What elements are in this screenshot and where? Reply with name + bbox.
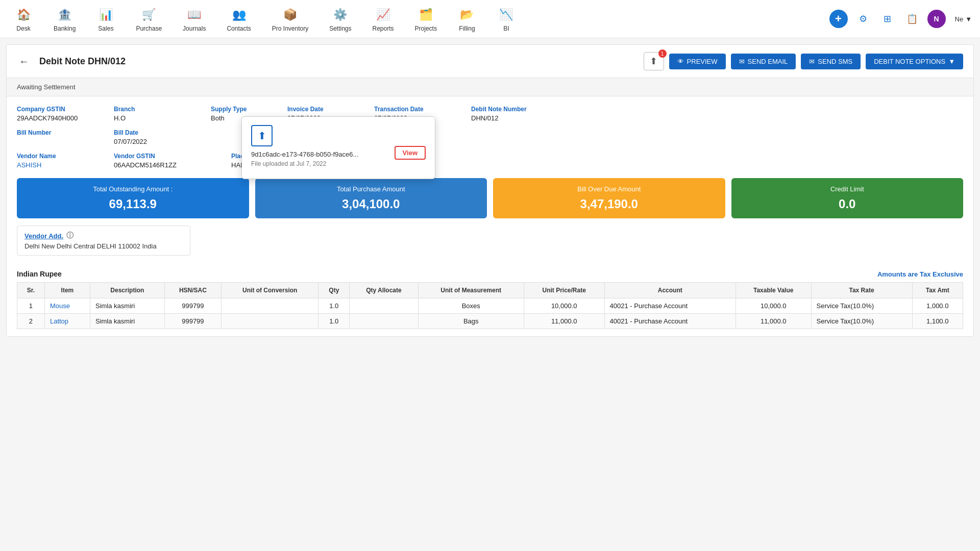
invoice-date-label: Invoice Date [287,106,359,113]
popup-upload-icon: ⬆ [251,125,426,146]
upload-button[interactable]: ⬆ 1 [644,52,664,70]
bill-number-label: Bill Number [17,129,99,136]
user-avatar[interactable]: N [927,10,946,28]
bill-number-group: Bill Number [17,129,99,138]
vendor-address-section: Vendor Add. ⓘ Delhi New Delhi Central DE… [17,226,190,256]
company-gstin-value: 29AADCK7940H000 [17,114,99,122]
preview-icon: 👁 [677,58,684,65]
col-description: Description [90,283,164,298]
pro-inventory-icon: 📦 [281,6,299,24]
back-button[interactable]: ← [17,54,31,68]
branch-group: Branch H.O [114,106,195,122]
page-header: ← Debit Note DHN/012 ⬆ 1 👁 PREVIEW ✉ SEN… [7,45,973,78]
bi-icon: 📉 [497,6,516,24]
cell-account: 40021 - Purchase Account [604,314,736,329]
add-button[interactable]: + [829,10,848,28]
col-tax-rate: Tax Rate [811,283,912,298]
purchase-icon: 🛒 [140,6,158,24]
cell-qty: 1.0 [318,314,350,329]
nav-item-filling[interactable]: 📂 Filling [449,2,485,36]
debit-options-label: DEBIT NOTE OPTIONS [874,58,945,65]
chevron-down-icon: ▼ [965,15,972,23]
cell-account: 40021 - Purchase Account [604,298,736,314]
filling-icon: 📂 [458,6,476,24]
contacts-icon: 👥 [230,6,248,24]
form-row-3: Vendor Name ASHISH Vendor GSTIN 06AADCM5… [17,153,963,169]
table-currency: Indian Rupee [17,270,62,278]
outstanding-label: Total Outstanding Amount : [93,185,173,193]
purchase-value: 3,04,100.0 [342,197,400,211]
form-row-2: Bill Number Bill Date 07/07/2022 [17,129,963,145]
popup-view-button[interactable]: View [395,146,426,160]
col-unit-measurement: Unit of Measurement [418,283,524,298]
table-tax-note: Amounts are Tax Exclusive [877,270,963,278]
send-email-label: SEND EMAIL [748,58,788,65]
banking-icon: 🏦 [56,6,74,24]
nav-item-journals[interactable]: 📖 Journals [174,2,215,36]
new-label: Ne [955,15,964,23]
cell-item[interactable]: Lattop [44,314,90,329]
cell-unit-conversion [222,314,318,329]
supply-type-label: Supply Type [211,106,272,113]
nav-item-banking[interactable]: 🏦 Banking [44,2,85,36]
summary-card-credit: Credit Limit 0.0 [731,178,964,218]
cell-tax-rate: Service Tax(10.0%) [811,298,912,314]
nav-item-reports[interactable]: 📈 Reports [363,2,403,36]
vendor-name-value: ASHISH [17,161,99,169]
grid-icon[interactable]: ⊞ [878,10,897,28]
cell-taxable-value: 10,000.0 [736,298,811,314]
data-table: Sr. Item Description HSN/SAC Unit of Con… [17,282,963,329]
popup-date: File uploaded at Jul 7, 2022 [251,160,358,167]
table-header-row: Indian Rupee Amounts are Tax Exclusive [17,270,963,278]
vendor-name-group: Vendor Name ASHISH [17,153,99,169]
nav-pro-inventory-label: Pro Inventory [272,25,308,32]
preview-button[interactable]: 👁 PREVIEW [669,54,726,69]
branch-value: H.O [114,114,195,122]
send-email-button[interactable]: ✉ SEND EMAIL [731,54,796,69]
nav-item-settings[interactable]: ⚙️ Settings [320,2,360,36]
col-item: Item [44,283,90,298]
col-tax-amt: Tax Amt [912,283,963,298]
vendor-gstin-label: Vendor GSTIN [114,153,216,160]
nav-item-desk[interactable]: 🏠 Desk [5,2,42,36]
nav-projects-label: Projects [415,25,437,32]
col-qty: Qty [318,283,350,298]
nav-item-sales[interactable]: 📊 Sales [87,2,124,36]
table-row: 2 Lattop Simla kasmiri 999799 1.0 Bags 1… [17,314,963,329]
new-dropdown[interactable]: Ne ▼ [952,13,975,25]
table-header-row-1: Sr. Item Description HSN/SAC Unit of Con… [17,283,963,298]
top-nav: 🏠 Desk 🏦 Banking 📊 Sales 🛒 Purchase 📖 Jo… [0,0,980,38]
col-sr: Sr. [17,283,45,298]
cell-description: Simla kasmiri [90,298,164,314]
cell-unit-conversion [222,298,318,314]
cell-tax-rate: Service Tax(10.0%) [811,314,912,329]
debit-note-number-group: Debit Note Number DHN/012 [471,106,553,122]
cell-unit-measurement: Bags [418,314,524,329]
nav-item-pro-inventory[interactable]: 📦 Pro Inventory [263,2,317,36]
upload-icon: ⬆ [650,56,657,67]
nav-item-bi[interactable]: 📉 BI [488,2,525,36]
gear-icon[interactable]: ⚙ [854,10,872,28]
debit-note-number-label: Debit Note Number [471,106,553,113]
summary-card-outstanding: Total Outstanding Amount : 69,113.9 [17,178,249,218]
cell-qty-allocate [350,298,418,314]
status-label: Awaiting Settlement [17,83,76,91]
settings-icon: ⚙️ [331,6,350,24]
purchase-label: Total Purchase Amount [337,185,405,193]
cell-sr: 1 [17,298,45,314]
overdue-label: Bill Over Due Amount [577,185,641,193]
transaction-date-label: Transaction Date [374,106,456,113]
debit-note-options-button[interactable]: DEBIT NOTE OPTIONS ▼ [866,54,963,69]
summary-cards: Total Outstanding Amount : 69,113.9 Tota… [17,178,963,218]
send-sms-button[interactable]: ✉ SEND SMS [801,54,861,69]
header-actions: ⬆ 1 👁 PREVIEW ✉ SEND EMAIL ✉ SEND SMS DE… [644,52,963,70]
col-hsn: HSN/SAC [164,283,221,298]
note-icon[interactable]: 📋 [903,10,921,28]
nav-item-purchase[interactable]: 🛒 Purchase [127,2,171,36]
status-bar: Awaiting Settlement [7,78,973,96]
cell-item[interactable]: Mouse [44,298,90,314]
nav-item-projects[interactable]: 🗂️ Projects [406,2,446,36]
cell-unit-price: 10,000.0 [524,298,604,314]
vendor-add-link[interactable]: Vendor Add. [24,232,63,240]
nav-item-contacts[interactable]: 👥 Contacts [217,2,260,36]
